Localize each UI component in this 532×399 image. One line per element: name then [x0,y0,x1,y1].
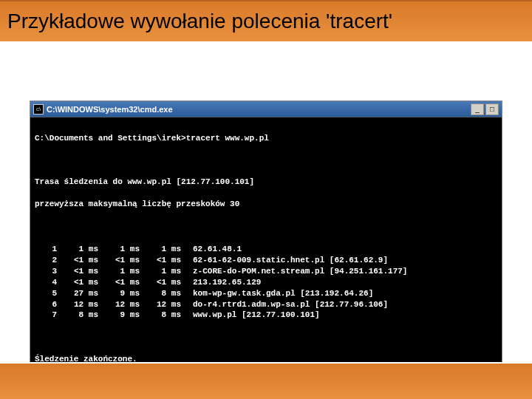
hop-time-1: 1 ms [57,244,98,255]
hop-row: 527 ms9 ms8 mskom-wp-gw.task.gda.pl [213… [39,288,497,299]
header-band: Przykładowe wywołanie polecenia 'tracert… [0,0,532,41]
hop-time-2: <1 ms [98,277,140,288]
hop-time-2: 1 ms [98,266,140,277]
hop-time-3: <1 ms [140,277,181,288]
hop-host: z-CORE-do-POM.net.stream.pl [94.251.161.… [181,266,407,277]
hop-number: 5 [39,288,57,299]
hop-number: 2 [39,255,57,266]
hop-time-3: 8 ms [140,310,181,321]
trace-header-1: Trasa śledzenia do www.wp.pl [212.77.100… [35,177,497,188]
hop-row: 612 ms12 ms12 msdo-r4.rtrd1.adm.wp-sa.pl… [39,299,497,310]
hop-host: 62-61-62-009.static.hnet.pl [62.61.62.9] [181,255,388,266]
hop-host: kom-wp-gw.task.gda.pl [213.192.64.26] [181,288,373,299]
hop-time-1: 27 ms [57,288,98,299]
hop-row: 11 ms1 ms1 ms62.61.48.1 [39,244,497,255]
maximize-button[interactable]: □ [485,103,499,115]
page-title: Przykładowe wywołanie polecenia 'tracert… [7,10,392,33]
hop-time-3: <1 ms [140,255,181,266]
hop-time-3: 1 ms [140,244,181,255]
hop-time-3: 12 ms [140,299,181,310]
cmd-body: C:\Documents and Settings\irek>tracert w… [30,117,502,391]
hop-time-1: <1 ms [57,255,98,266]
hop-row: 3<1 ms1 ms1 msz-CORE-do-POM.net.stream.p… [39,266,497,277]
blank-line [35,155,497,166]
blank-line [35,332,497,343]
hop-time-2: 1 ms [98,244,140,255]
hop-number: 1 [39,244,57,255]
hop-time-1: 8 ms [57,310,98,321]
hop-time-1: <1 ms [57,277,98,288]
hop-number: 7 [39,310,57,321]
cmd-icon: c\ [33,104,44,115]
content-area: c\ C:\WINDOWS\system32\cmd.exe _ □ C:\Do… [0,41,532,392]
hop-time-3: 1 ms [140,266,181,277]
cmd-window-controls: _ □ [471,103,499,115]
hop-time-2: 9 ms [98,288,140,299]
hop-host: 213.192.65.129 [181,277,261,288]
hop-host: 62.61.48.1 [181,244,242,255]
hop-host: do-r4.rtrd1.adm.wp-sa.pl [212.77.96.106] [181,299,388,310]
hop-row: 78 ms9 ms8 mswww.wp.pl [212.77.100.101] [39,310,497,321]
cmd-window: c\ C:\WINDOWS\system32\cmd.exe _ □ C:\Do… [30,100,502,392]
footer-band [0,362,532,399]
hop-time-3: 8 ms [140,288,181,299]
cmd-titlebar[interactable]: c\ C:\WINDOWS\system32\cmd.exe _ □ [30,101,502,117]
minimize-button[interactable]: _ [471,103,484,115]
hops-table: 11 ms1 ms1 ms62.61.48.12<1 ms<1 ms<1 ms6… [39,244,497,321]
cmd-window-title: C:\WINDOWS\system32\cmd.exe [47,105,471,114]
hop-row: 2<1 ms<1 ms<1 ms62-61-62-009.static.hnet… [39,255,497,266]
hop-time-2: 12 ms [98,299,140,310]
hop-row: 4<1 ms<1 ms<1 ms213.192.65.129 [39,277,497,288]
hop-time-1: 12 ms [57,299,98,310]
blank-line [35,221,497,232]
hop-time-1: <1 ms [57,266,98,277]
hop-number: 6 [39,299,57,310]
hop-time-2: 9 ms [98,310,140,321]
prompt-line: C:\Documents and Settings\irek>tracert w… [35,133,497,144]
trace-header-2: przewyższa maksymalną liczbę przeskoków … [35,199,497,210]
hop-time-2: <1 ms [98,255,140,266]
hop-number: 3 [39,266,57,277]
hop-host: www.wp.pl [212.77.100.101] [181,310,320,321]
hop-number: 4 [39,277,57,288]
